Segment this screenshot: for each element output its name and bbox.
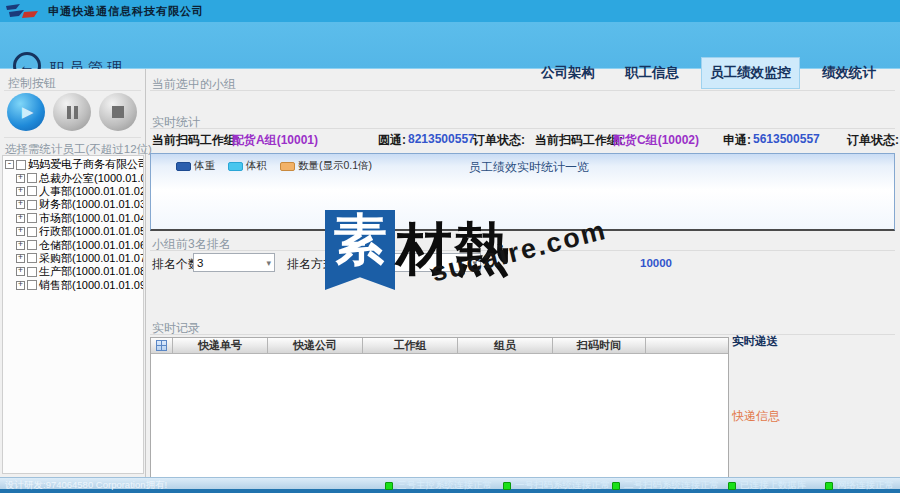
sto-number: 5613500557 <box>753 132 820 146</box>
expand-icon[interactable]: + <box>16 174 25 183</box>
green-dot-icon <box>825 482 833 490</box>
tree-item-dept[interactable]: + 市场部(1000.01.01.04) <box>5 212 143 225</box>
window-title: 申通快递通信息科技有限公司 <box>48 4 204 19</box>
records-table: 快递单号 快递公司 工作组 组员 扫码时间 <box>150 337 729 493</box>
expand-icon[interactable]: + <box>16 281 25 290</box>
divider <box>150 250 895 251</box>
title-bar: 申通快递通信息科技有限公司 <box>0 0 900 22</box>
tree-item-dept[interactable]: + 仓储部(1000.01.01.06) <box>5 238 143 251</box>
order-status-label-1: 订单状态: <box>473 132 525 149</box>
status-text: 已连接上数据库 <box>740 479 807 492</box>
checkbox[interactable] <box>16 160 26 170</box>
performance-chart: 体重 体积 数量(显示0.1倍) 员工绩效实时统计一览 <box>150 153 895 231</box>
chevron-down-icon: ▾ <box>266 258 271 268</box>
col-work-group[interactable]: 工作组 <box>363 338 458 354</box>
status-indicator-scanner2: 二号扫码系统连接正常 <box>612 479 719 492</box>
col-filler <box>646 338 728 354</box>
select-all-header[interactable] <box>151 338 173 354</box>
app-window: 申通快递通信息科技有限公司 ← 职员管理 公司架构 职工信息 员工绩效监控 绩效… <box>0 0 900 493</box>
stop-icon <box>112 106 124 118</box>
refresh-value: 10000 <box>640 257 672 269</box>
main-content: 当前选中的小组 实时统计 当前扫码工作组: 配货A组(10001) 圆通: 82… <box>146 69 900 477</box>
col-scan-time[interactable]: 扫码时间 <box>553 338 646 354</box>
divider <box>150 90 895 91</box>
checkbox[interactable] <box>27 253 37 263</box>
status-text: 网络连接正常 <box>837 479 894 492</box>
tree-item-dept[interactable]: + 生产部(1000.01.01.08) <box>5 265 143 278</box>
rank-count-value: 3 <box>197 257 203 269</box>
tree-item-dept[interactable]: + 采购部(1000.01.01.07) <box>5 252 143 265</box>
tree-item-dept[interactable]: + 销售部(1000.01.01.09) <box>5 279 143 292</box>
checkbox[interactable] <box>27 213 37 223</box>
col-member[interactable]: 组员 <box>458 338 553 354</box>
records-table-header: 快递单号 快递公司 工作组 组员 扫码时间 <box>151 338 728 354</box>
green-dot-icon <box>728 482 736 490</box>
divider <box>4 137 141 138</box>
pause-icon <box>67 106 78 119</box>
yto-label: 圆通: <box>378 132 406 149</box>
rank-method-label: 排名方式: <box>287 256 338 273</box>
expand-icon[interactable]: + <box>16 267 25 276</box>
records-table-body[interactable] <box>151 354 728 493</box>
rank-count-select[interactable]: 3 ▾ <box>193 253 275 272</box>
play-button[interactable]: ▶ <box>7 93 45 131</box>
legend-label: 体积 <box>246 159 267 173</box>
checkbox[interactable] <box>27 200 37 210</box>
app-logo-icon <box>4 2 42 20</box>
divider <box>150 128 895 129</box>
sidebar: 控制按钮 ▶ 选择需统计员工(不超过12位) - 妈妈爱电子商务有限公司 + 总… <box>0 69 146 477</box>
chevron-down-icon: ▾ <box>472 258 477 268</box>
expand-icon[interactable]: + <box>16 214 25 223</box>
quantity-swatch-icon <box>280 162 295 171</box>
realtime-delivery-label: 实时递送 <box>732 334 779 349</box>
scan-group-a-label: 当前扫码工作组: <box>152 132 240 149</box>
expand-icon[interactable]: + <box>16 241 25 250</box>
status-text: 三号主控系统连接正常 <box>397 479 492 492</box>
checkbox[interactable] <box>27 267 37 277</box>
status-indicator-scanner1: 一号扫码系统连接正常 <box>503 479 610 492</box>
pause-button[interactable] <box>53 93 91 131</box>
tree-item-dept[interactable]: + 总裁办公室(1000.01.01.01) <box>5 171 143 184</box>
chart-title: 员工绩效实时统计一览 <box>469 159 589 176</box>
tree-item-dept[interactable]: + 人事部(1000.01.01.02) <box>5 185 143 198</box>
order-status-label-2: 订单状态: <box>847 132 899 149</box>
courier-info-label: 快递信息 <box>732 408 780 425</box>
status-indicator-database: 已连接上数据库 <box>728 479 807 492</box>
col-courier-company[interactable]: 快递公司 <box>268 338 363 354</box>
status-text: 一号扫码系统连接正常 <box>515 479 610 492</box>
expand-icon[interactable]: + <box>16 227 25 236</box>
checkbox[interactable] <box>27 240 37 250</box>
scan-group-c-value: 配货C组(10002) <box>613 132 699 149</box>
checkbox[interactable] <box>27 227 37 237</box>
department-tree: - 妈妈爱电子商务有限公司 + 总裁办公室(1000.01.01.01) + 人… <box>2 155 144 474</box>
tree-root-company[interactable]: - 妈妈爱电子商务有限公司 <box>5 158 143 171</box>
scan-group-c-label: 当前扫码工作组: <box>535 132 623 149</box>
rank-method-select[interactable]: ▾ <box>336 253 481 272</box>
expand-icon[interactable]: + <box>16 254 25 263</box>
legend-label: 数量(显示0.1倍) <box>298 159 372 173</box>
yto-number: 8213500557 <box>408 132 475 146</box>
green-dot-icon <box>385 482 393 490</box>
stop-button[interactable] <box>99 93 137 131</box>
expand-icon[interactable]: + <box>16 200 25 209</box>
chart-legend: 体重 体积 数量(显示0.1倍) <box>176 159 372 173</box>
tree-item-dept[interactable]: + 行政部(1000.01.01.05) <box>5 225 143 238</box>
checkbox[interactable] <box>27 280 37 290</box>
scan-group-a-value: 配货A组(10001) <box>232 132 318 149</box>
play-icon: ▶ <box>22 103 34 121</box>
copyright-text: 设计研发:974064580 Corporation拥有! <box>5 479 167 492</box>
legend-quantity: 数量(显示0.1倍) <box>280 159 372 173</box>
weight-swatch-icon <box>176 162 191 171</box>
green-dot-icon <box>612 482 620 490</box>
expand-icon[interactable]: + <box>16 187 25 196</box>
page-header: ← 职员管理 公司架构 职工信息 员工绩效监控 绩效统计 <box>0 22 900 69</box>
status-indicator-master: 三号主控系统连接正常 <box>385 479 492 492</box>
divider <box>150 334 895 335</box>
tree-item-dept[interactable]: + 财务部(1000.01.01.03) <box>5 198 143 211</box>
status-text: 二号扫码系统连接正常 <box>624 479 719 492</box>
collapse-icon[interactable]: - <box>5 160 14 169</box>
checkbox[interactable] <box>27 173 37 183</box>
col-tracking-number[interactable]: 快递单号 <box>173 338 268 354</box>
checkbox[interactable] <box>27 186 37 196</box>
grid-icon <box>156 340 167 351</box>
